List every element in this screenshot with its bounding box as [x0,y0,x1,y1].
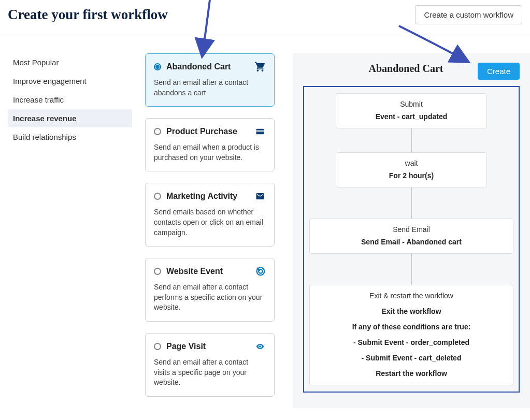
sidebar-item-label: Increase traffic [13,95,64,104]
flow-node-submit: Submit Event - cart_updated [336,93,487,128]
connector-line [411,128,412,152]
sidebar-item-label: Most Popular [13,58,59,67]
page-header: Create your first workflow Create a cust… [0,0,530,35]
radio-icon[interactable] [154,193,161,200]
sidebar-item-most-popular[interactable]: Most Popular [8,53,132,71]
exit-line: - Submit Event - cart_deleted [315,354,508,362]
node-type: Send Email [315,225,508,234]
exit-line: If any of these conditions are true: [315,323,508,331]
node-type: Exit & restart the workflow [315,292,508,300]
preview-title: Abandoned Cart [303,63,478,75]
card-description: Send an email when a product is purchase… [154,142,266,163]
template-card-abandoned-cart[interactable]: Abandoned Cart Send an email after a con… [145,53,275,107]
node-type: wait [341,159,481,167]
preview-header: Abandoned Cart Create [303,63,520,80]
sidebar-item-label: Improve engagement [13,77,87,85]
card-header: Website Event [154,266,266,277]
sidebar-item-improve-engagement[interactable]: Improve engagement [8,72,132,90]
template-card-product-purchase[interactable]: Product Purchase Send an email when a pr… [145,118,275,171]
card-description: Send an email after a contact abandons a… [154,78,266,98]
flow-node-send-email: Send Email Send Email - Abandoned cart [309,219,513,254]
card-header: Marketing Activity [154,191,266,202]
create-button[interactable]: Create [478,63,520,80]
connector-line [411,254,412,285]
template-card-page-visit[interactable]: Page Visit Send an email after a contact… [145,333,275,397]
card-description: Send an email after a contact performs a… [154,282,266,313]
page-title: Create your first workflow [8,7,168,23]
sidebar-item-increase-revenue[interactable]: Increase revenue [8,109,132,127]
exit-line: Exit the workflow [315,307,508,315]
create-custom-workflow-button[interactable]: Create a custom workflow [415,5,522,24]
card-title: Product Purchase [166,127,254,136]
cart-icon [254,61,266,73]
card-title: Website Event [166,267,254,276]
template-card-website-event[interactable]: Website Event Send an email after a cont… [145,258,275,322]
card-title: Page Visit [166,342,254,351]
category-sidebar: Most Popular Improve engagement Increase… [0,53,135,408]
card-header: Product Purchase [154,126,266,137]
connector-line [411,187,412,219]
radio-icon[interactable] [154,343,161,350]
radio-icon[interactable] [154,63,161,70]
node-detail: Event - cart_updated [341,112,481,121]
target-icon [254,266,266,277]
main-content: Most Popular Improve engagement Increase… [0,35,530,408]
node-detail: For 2 hour(s) [341,171,481,180]
credit-card-icon [254,126,266,137]
card-description: Send an email after a contact visits a s… [154,357,266,388]
card-title: Abandoned Cart [166,62,254,71]
template-list: Abandoned Cart Send an email after a con… [145,53,275,408]
radio-icon[interactable] [154,268,161,275]
node-detail: Send Email - Abandoned cart [315,238,508,246]
exit-line: - Submit Event - order_completed [315,338,508,346]
eye-icon [254,341,266,352]
sidebar-item-increase-traffic[interactable]: Increase traffic [8,91,132,109]
card-header: Abandoned Cart [154,61,266,73]
svg-rect-1 [256,131,264,132]
sidebar-item-build-relationships[interactable]: Build relationships [8,128,132,146]
mail-icon [254,191,266,202]
sidebar-item-label: Build relationships [13,133,76,141]
flow-node-exit: Exit & restart the workflow Exit the wor… [309,285,513,385]
card-title: Marketing Activity [166,192,254,201]
sidebar-item-label: Increase revenue [13,114,77,123]
radio-icon[interactable] [154,128,161,135]
flow-node-wait: wait For 2 hour(s) [336,152,487,187]
workflow-preview-panel: Abandoned Cart Create Submit Event - car… [293,53,530,408]
card-header: Page Visit [154,341,266,352]
template-card-marketing-activity[interactable]: Marketing Activity Send emails based on … [145,183,275,247]
node-type: Submit [341,100,481,108]
workflow-diagram: Submit Event - cart_updated wait For 2 h… [303,86,520,393]
card-description: Send emails based on whether contacts op… [154,207,266,238]
exit-line: Restart the workflow [315,369,508,378]
